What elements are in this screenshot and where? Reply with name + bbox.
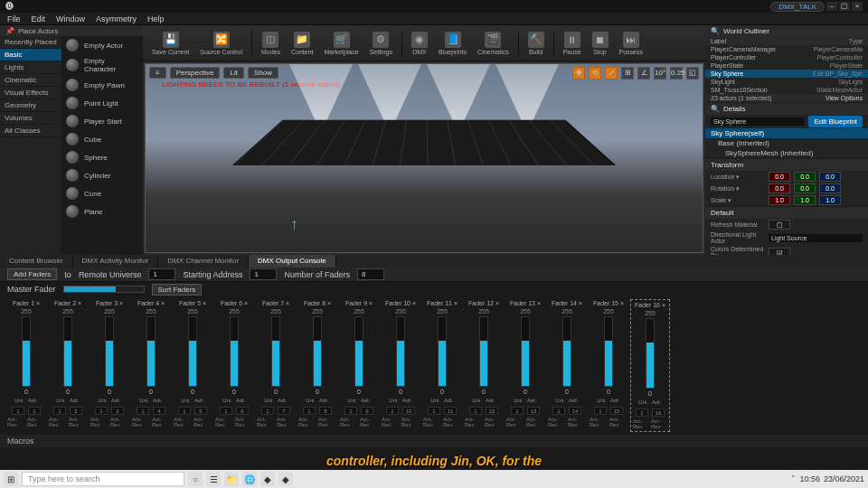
toolbar-blueprints[interactable]: 📘Blueprints [435,30,470,57]
tray-chevron-icon[interactable]: ˄ [791,474,796,483]
actor-cone[interactable]: Cone [61,184,143,202]
outliner-row[interactable]: PlayerControllerPlayerController [705,53,868,61]
fader-adr-input[interactable]: 5 [194,407,207,415]
fader-slider[interactable] [146,316,156,387]
cortana-icon[interactable]: ○ [188,472,203,486]
transform-header[interactable]: Transform [705,159,868,171]
fader-slider[interactable] [396,316,405,387]
fader-uni-input[interactable]: 1 [178,407,191,415]
viewport-show[interactable]: Show [248,67,278,79]
toolbar-cinematics[interactable]: 🎬Cinematics [474,30,513,57]
fader-adr-input[interactable]: 15 [610,407,623,415]
fader-slider[interactable] [188,316,197,387]
tab-dmx-activity[interactable]: DMX Activity Monitor [73,255,159,267]
tab-dmx-output[interactable]: DMX Output Console [249,255,336,267]
search-icon[interactable]: 🔍 [711,27,720,35]
fader-slider[interactable] [22,316,31,387]
edge-icon[interactable]: 🌐 [242,472,257,486]
fader-slider[interactable] [105,316,114,387]
category-recently-placed[interactable]: Recently Placed [0,36,61,49]
explorer-icon[interactable]: 📁 [224,472,239,486]
fader-slider[interactable] [438,316,447,387]
fader-adr-input[interactable]: 12 [486,407,498,415]
actor-empty-pawn[interactable]: Empty Pawn [61,76,143,94]
fader-adr-input[interactable]: 7 [278,407,290,415]
actor-cylinder[interactable]: Cylinder [61,166,143,184]
fader-slider[interactable] [604,316,613,387]
fader-slider[interactable] [354,316,363,387]
category-cinematic[interactable]: Cinematic [0,74,61,87]
outliner-row[interactable]: PlayerStatePlayerState [705,61,868,70]
app-icon[interactable]: ◆ [260,472,275,486]
toolbar-possess[interactable]: ⏭Possess [616,30,646,57]
actor-point-light[interactable]: Point Light [61,94,143,112]
fader-slider[interactable] [521,316,530,387]
fader-slider[interactable] [230,316,239,387]
menu-help[interactable]: Help [147,13,165,24]
default-header[interactable]: Default [705,207,868,219]
outliner-row[interactable]: SkyLightSkyLight [705,78,868,86]
fader-adr-input[interactable]: 11 [444,407,457,415]
fader-adr-input[interactable]: 1 [28,407,41,415]
viewport-perspective[interactable]: Perspective [170,67,221,79]
sort-faders-button[interactable]: Sort Faders [152,284,203,296]
snap-scale-icon[interactable]: 10° [654,67,666,80]
fader-adr-input[interactable]: 6 [236,407,249,415]
tab-content-browser[interactable]: Content Browser [0,255,73,267]
menu-asymmetry[interactable]: Asymmetry [96,13,137,24]
toolbar-marketplace[interactable]: 🛒Marketplace [321,30,363,57]
viewport[interactable]: ≡ Perspective Lit Show ✥ ⟲ ⤢ ⊞ ∠ 10° 0.2… [145,63,703,253]
maximize-button[interactable]: ▢ [839,2,850,11]
fader-adr-input[interactable]: 3 [111,407,124,415]
add-faders-button[interactable]: Add Faders [7,268,57,280]
toolbar-save-current[interactable]: 💾Save Current [148,30,193,57]
snap-angle-icon[interactable]: ∠ [637,67,650,80]
task-view-icon[interactable]: ☰ [206,472,221,486]
tab-dmx-channel[interactable]: DMX Channel Monitor [158,255,249,267]
fader-uni-input[interactable]: 1 [303,407,316,415]
category-volumes[interactable]: Volumes [0,112,61,125]
actor-player-start[interactable]: Player Start [61,112,143,130]
toolbar-stop[interactable]: ⏹Stop [589,30,612,57]
menu-window[interactable]: Window [56,13,85,24]
rotate-gizmo-icon[interactable]: ⟲ [589,67,601,80]
fader-uni-input[interactable]: 1 [137,407,149,415]
fader-slider[interactable] [562,316,571,387]
outliner-row[interactable]: Sky SphereEdit BP_Sky_Sph [705,70,868,78]
fader-uni-input[interactable]: 1 [428,407,440,415]
toolbar-source-control[interactable]: 🔀Source Control [196,30,246,57]
fader-uni-input[interactable]: 1 [636,408,648,417]
camera-speed[interactable]: 0.25 [670,67,683,80]
viewport-menu[interactable]: ≡ [149,67,166,79]
outliner-row[interactable]: PlayerCameraManagerPlayerCameraMa [705,45,868,53]
app-icon[interactable]: ◆ [278,472,293,486]
fader-slider[interactable] [271,316,280,387]
light-actor-select[interactable]: Light Source [769,234,863,242]
toolbar-modes[interactable]: ◫Modes [258,30,284,57]
view-options[interactable]: View Options [826,95,863,101]
clock-time[interactable]: 10:56 [799,474,820,483]
fader-adr-input[interactable]: 14 [569,407,581,415]
actor-cube[interactable]: Cube [61,130,143,148]
fader-adr-input[interactable]: 4 [153,407,165,415]
fader-adr-input[interactable]: 2 [70,407,82,415]
component-root[interactable]: Sky Sphere(self) [711,129,764,137]
fader-uni-input[interactable]: 1 [511,407,524,415]
toolbar-pause[interactable]: ⏸Pause [560,30,585,57]
fader-adr-input[interactable]: 8 [319,407,332,415]
pin-icon[interactable]: 📌 [5,27,14,35]
fader-adr-input[interactable]: 9 [361,407,373,415]
toolbar-settings[interactable]: ⚙Settings [366,30,396,57]
colors-checkbox[interactable]: ☑ [769,248,790,256]
starting-address-input[interactable]: 1 [250,268,277,280]
component-item[interactable]: Base (Inherited) [711,139,769,147]
maximize-viewport-icon[interactable]: ◱ [686,67,699,80]
toolbar-build[interactable]: 🔨Build [524,30,548,57]
viewport-lit[interactable]: Lit [223,67,243,79]
fader-uni-input[interactable]: 1 [12,407,24,415]
fader-adr-input[interactable]: 13 [527,407,540,415]
start-button[interactable]: ⊞ [4,472,18,486]
remote-universe-input[interactable]: 1 [148,268,175,280]
toolbar-content[interactable]: 📁Content [288,30,317,57]
search-icon[interactable]: 🔍 [711,105,720,113]
